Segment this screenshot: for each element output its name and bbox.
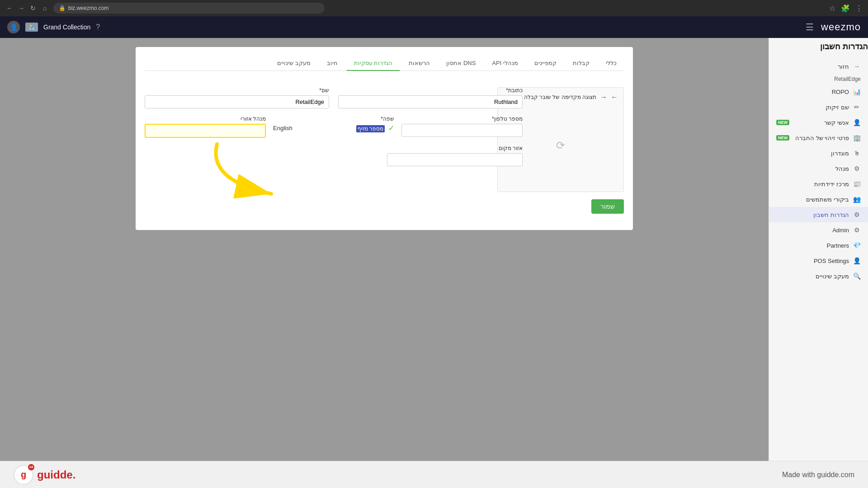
sidebar-section-title: הגדרות חשבון: [769, 42, 868, 52]
save-button[interactable]: שמור: [591, 199, 624, 214]
tab-permissions[interactable]: הרשאות: [401, 56, 437, 71]
guidde-g-icon: g 18: [14, 465, 33, 485]
sidebar-item-manager[interactable]: 🖱 מוגדרון: [769, 145, 868, 161]
admin-label-sidebar: Admin: [776, 227, 849, 234]
menu-icon[interactable]: ☰: [806, 22, 814, 33]
sidebar-item-visitor-review[interactable]: 👥 ביקורי משתמשים: [769, 192, 868, 207]
sidebar-item-name[interactable]: ✏ שם זיקוק: [769, 99, 868, 115]
header-left: 👤 🏪 Grand Collection ?: [7, 21, 100, 33]
help-icon[interactable]: ?: [96, 23, 100, 31]
ropo-label: ROPO: [776, 89, 849, 95]
pos-icon: 👤: [853, 257, 861, 265]
footer: g 18 guidde. Made with guidde.com: [0, 461, 868, 488]
sidebar-item-account-settings[interactable]: ⚙ הגדרות חשבון: [769, 207, 868, 222]
account-settings-icon: ⚙: [853, 211, 861, 219]
account-settings-label: הגדרות חשבון: [776, 211, 849, 218]
browser-chrome: ← → ↻ ⌂ 🔒 biz.weezmo.com ☆ 🧩 ⋮: [0, 0, 868, 16]
header-right: ☰ weezmo: [806, 21, 861, 33]
new-badge-company: NEW: [776, 135, 789, 141]
new-badge-contacts: NEW: [776, 120, 789, 125]
tab-change-tracking[interactable]: מעקב שינויים: [270, 56, 318, 71]
tab-api[interactable]: מנהלי API: [485, 56, 525, 71]
refresh-button[interactable]: ↻: [29, 4, 37, 12]
ropo-icon: 📊: [853, 88, 861, 96]
company-icon: 🏢: [853, 134, 861, 142]
form-fields: כתובת* שם* מ: [145, 87, 523, 214]
region-label: אזור מקום: [387, 145, 523, 151]
visitor-label: ביקורי משתמשים: [776, 196, 849, 203]
sidebar-item-contacts[interactable]: 👤 אנשי קשר NEW: [769, 115, 868, 130]
browser-action-buttons: ☆ 🧩 ⋮: [829, 4, 863, 13]
partners-label: Partners: [776, 242, 849, 249]
language-selected-text: מספר מזיף: [356, 125, 385, 132]
tab-general[interactable]: כללי: [599, 56, 624, 71]
guidde-text: guidde.: [37, 469, 75, 481]
name-icon: ✏: [853, 103, 861, 111]
form-content: ← → תצוגה מקדימה של שובר קבלה ⟳: [145, 80, 624, 221]
address-group: כתובת*: [338, 87, 523, 108]
preview-title: תצוגה מקדימה של שובר קבלה: [524, 94, 596, 100]
url-text: biz.weezmo.com: [68, 5, 108, 11]
app-title: Grand Collection: [43, 23, 90, 31]
right-sidebar: הגדרות חשבון → חזור RetailEdge 📊 ROPO ✏ …: [769, 38, 868, 461]
news-label: מרכז ידידתיות: [776, 181, 849, 188]
weezmo-logo: weezmo: [821, 21, 861, 33]
sidebar-item-partners[interactable]: 💎 Partners: [769, 238, 868, 253]
language-label: שפה*: [273, 116, 394, 122]
guidde-badge: 18: [28, 464, 34, 470]
sidebar-item-pos[interactable]: 👤 POS Settings: [769, 253, 868, 268]
home-button[interactable]: ⌂: [41, 4, 49, 12]
sidebar-item-news[interactable]: 📰 מרכז ידידתיות: [769, 176, 868, 192]
manager-label: מוגדרון: [776, 150, 849, 157]
pos-label: POS Settings: [776, 258, 849, 264]
sidebar-retailedge: RetailEdge: [769, 74, 868, 84]
admin-settings-label: מנהל: [776, 165, 849, 172]
tab-dns[interactable]: DNS אחסון: [439, 56, 483, 71]
star-icon[interactable]: ☆: [829, 4, 835, 13]
sidebar-item-change-tracking[interactable]: 🔍 מעקב שינויים: [769, 268, 868, 284]
preview-prev-btn[interactable]: ←: [611, 93, 618, 101]
sidebar-back-label: חזור: [776, 63, 849, 70]
phone-group: מספר טלפון*: [401, 116, 523, 137]
guidde-logo: g 18 guidde.: [14, 465, 75, 485]
made-with-text: Made with guidde.com: [782, 471, 854, 479]
preview-next-btn[interactable]: →: [600, 93, 607, 101]
partners-icon: 💎: [853, 241, 861, 249]
address-bar[interactable]: 🔒 biz.weezmo.com: [53, 3, 325, 14]
content-area: כללי קבלות קמפיינים מנהלי API DNS אחסון …: [0, 38, 769, 461]
user-avatar[interactable]: 👤: [7, 21, 20, 33]
tab-receipts[interactable]: קבלות: [566, 56, 597, 71]
admin-input[interactable]: [145, 124, 266, 138]
sidebar-item-admin-settings[interactable]: ⚙ מנהל: [769, 161, 868, 176]
main-layout: כללי קבלות קמפיינים מנהלי API DNS אחסון …: [0, 38, 868, 461]
admin-icon: ⚙: [853, 226, 861, 234]
tab-billing[interactable]: חיוב: [320, 56, 345, 71]
browser-nav-controls[interactable]: ← → ↻ ⌂: [5, 4, 49, 12]
forward-button[interactable]: →: [17, 4, 25, 12]
language-display: English: [273, 125, 292, 131]
phone-input[interactable]: [401, 124, 523, 137]
name-input[interactable]: [145, 95, 329, 108]
change-tracking-icon: 🔍: [853, 272, 861, 280]
tab-business-settings[interactable]: הגדרות עסקיות: [347, 56, 400, 71]
region-group: אזור מקום: [387, 145, 523, 166]
region-input[interactable]: [387, 153, 523, 166]
tab-campaigns[interactable]: קמפיינים: [527, 56, 564, 71]
sidebar-item-ropo[interactable]: 📊 ROPO: [769, 84, 868, 99]
settings-panel: כללי קבלות קמפיינים מנהלי API DNS אחסון …: [136, 47, 633, 230]
sidebar-item-back[interactable]: → חזור: [769, 59, 868, 74]
back-icon: →: [853, 62, 861, 70]
name-label-sidebar: שם זיקוק: [776, 104, 849, 111]
address-input[interactable]: [338, 95, 523, 108]
app-header: 👤 🏪 Grand Collection ? ☰ weezmo: [0, 16, 868, 38]
contacts-icon: 👤: [853, 118, 861, 127]
admin-label: מנהל אזורי: [145, 116, 266, 122]
sidebar-item-admin[interactable]: ⚙ Admin: [769, 222, 868, 238]
content-wrapper: כללי קבלות קמפיינים מנהלי API DNS אחסון …: [9, 47, 760, 230]
back-button[interactable]: ←: [5, 4, 14, 12]
manager-icon: 🖱: [853, 149, 861, 157]
more-icon[interactable]: ⋮: [855, 4, 863, 13]
sidebar-item-company[interactable]: 🏢 פרטי זיהוי של החברה NEW: [769, 130, 868, 145]
extension-icon[interactable]: 🧩: [841, 4, 850, 13]
language-group: שפה* ✓ מספר מזיף English: [273, 116, 394, 132]
